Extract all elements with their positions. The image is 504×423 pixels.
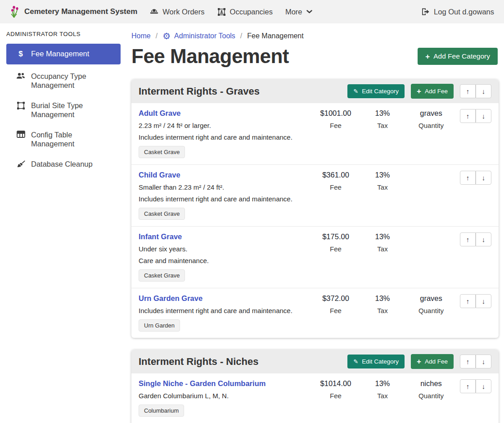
fee-info: Urn Garden Grave Includes interment righ… [139,294,312,332]
quantity-column: graves Quantity [406,109,456,158]
add-fee-label: Add Fee [425,358,448,365]
fee-row: Single Niche - Garden Columbarium Garden… [131,373,499,423]
tax-value: 13% [359,109,406,118]
fee-amount: $372.00 [312,294,359,303]
fee-descriptions: Smaller than 2.23 m² / 24 ft².Includes i… [139,183,309,203]
add-fee-button[interactable]: + Add Fee [411,84,454,99]
fee-amount-column: $175.00 Fee [312,232,359,282]
edit-category-label: Edit Category [362,358,399,365]
tax-column: 13% Tax [359,379,406,417]
fee-descriptions: 2.23 m² / 24 ft² or larger.Includes inte… [139,122,309,141]
quantity-column: niches Quantity [406,379,456,417]
fee-name-link[interactable]: Urn Garden Grave [139,294,202,303]
move-fee-up-button[interactable]: ↑ [460,171,476,185]
breadcrumb-home-link[interactable]: Home [131,32,151,40]
fee-name-link[interactable]: Adult Grave [139,109,181,118]
pencil-icon: ✎ [353,88,358,94]
breadcrumb-separator: / [156,32,158,40]
fee-amount: $361.00 [312,171,359,179]
sidebar-item-label: Config Table Management [31,130,116,148]
fee-row: Child Grave Smaller than 2.23 m² / 24 ft… [131,164,499,226]
tax-value: 13% [359,294,406,303]
nav-more[interactable]: More [285,8,312,16]
arrow-down-icon: ↓ [482,382,486,390]
breadcrumb-separator: / [240,32,242,40]
fee-info: Infant Grave Under six years.Care and ma… [139,232,312,282]
sidebar-item-burial-site-type[interactable]: Burial Site Type Management [6,97,121,123]
pencil-icon: ✎ [353,359,358,364]
arrow-down-icon: ↓ [482,87,486,95]
edit-category-button[interactable]: ✎ Edit Category [347,355,405,368]
fee-description: Includes interment right and care and ma… [139,307,309,314]
move-category-down-button[interactable]: ↓ [476,355,491,368]
main-content: Home / ⚙ Administrator Tools / Fee Manag… [126,23,504,423]
sidebar-item-fee-management[interactable]: $ Fee Management [6,44,121,64]
sidebar-item-database-cleanup[interactable]: Database Cleanup [6,155,121,173]
move-fee-up-button[interactable]: ↑ [460,379,476,393]
tax-column: 13% Tax [359,294,406,332]
fee-description: Under six years. [139,245,309,253]
fee-amount: $1001.00 [312,109,359,118]
quantity-column [406,232,456,282]
category-title: Interment Rights - Niches [139,356,341,368]
dollar-icon: $ [16,50,25,59]
plus-icon: + [417,358,421,365]
move-fee-down-button[interactable]: ↓ [476,171,491,185]
fee-description: Garden Columbarium L, M, N. [139,392,309,400]
sidebar-item-occupancy-type[interactable]: Occupancy Type Management [6,68,121,94]
table-icon [16,131,25,138]
fee-reorder-controls: ↑ ↓ [456,109,491,158]
fee-amount-label: Fee [312,122,359,129]
fee-name-link[interactable]: Child Grave [139,171,180,179]
tax-label: Tax [359,392,406,400]
move-fee-down-button[interactable]: ↓ [476,294,491,308]
add-fee-button[interactable]: + Add Fee [411,354,454,369]
fee-category-card: Interment Rights - Graves ✎ Edit Categor… [131,79,499,338]
tax-column: 13% Tax [359,232,406,282]
nav-work-orders[interactable]: Work Orders [150,8,204,16]
logout-link[interactable]: Log Out d.gowans [421,8,494,16]
fee-badge: Columbarium [139,405,184,417]
fee-info: Child Grave Smaller than 2.23 m² / 24 ft… [139,171,312,220]
logout-label: Log Out d.gowans [434,8,494,16]
breadcrumb-admin-tools-link[interactable]: ⚙ Administrator Tools [162,32,235,41]
fee-descriptions: Includes interment right and care and ma… [139,307,309,314]
fee-description: Smaller than 2.23 m² / 24 ft². [139,183,309,191]
move-fee-up-button[interactable]: ↑ [460,232,476,246]
fee-row: Adult Grave 2.23 m² / 24 ft² or larger.I… [131,103,499,164]
fee-badge: Urn Garden [139,319,180,332]
move-category-down-button[interactable]: ↓ [476,84,491,98]
nav-more-label: More [285,8,302,16]
quantity-column: graves Quantity [406,294,456,332]
fee-descriptions: Garden Columbarium L, M, N. [139,392,309,400]
fee-name-link[interactable]: Single Niche - Garden Columbarium [139,379,266,388]
move-category-up-button[interactable]: ↑ [460,84,476,98]
fee-description: 2.23 m² / 24 ft² or larger. [139,122,309,129]
fee-info: Adult Grave 2.23 m² / 24 ft² or larger.I… [139,109,312,158]
move-fee-down-button[interactable]: ↓ [476,109,491,123]
tax-value: 13% [359,379,406,388]
fee-category-card: Interment Rights - Niches ✎ Edit Categor… [131,350,499,423]
category-reorder-controls: ↑ ↓ [460,355,491,368]
broom-icon [16,160,25,168]
hard-hat-icon [150,8,158,16]
nav-occupancies[interactable]: Occupancies [217,8,273,16]
move-fee-up-button[interactable]: ↑ [460,294,476,308]
brand[interactable]: Cemetery Management System [10,5,137,18]
move-fee-down-button[interactable]: ↓ [476,379,491,393]
fee-list: Adult Grave 2.23 m² / 24 ft² or larger.I… [131,103,499,338]
move-fee-up-button[interactable]: ↑ [460,109,476,123]
move-fee-down-button[interactable]: ↓ [476,232,491,246]
move-category-up-button[interactable]: ↑ [460,355,476,368]
category-reorder-controls: ↑ ↓ [460,84,491,98]
add-fee-category-button[interactable]: + Add Fee Category [418,48,498,65]
arrow-down-icon: ↓ [482,358,486,365]
fee-list: Single Niche - Garden Columbarium Garden… [131,373,499,423]
edit-category-button[interactable]: ✎ Edit Category [347,84,405,98]
fee-row: Infant Grave Under six years.Care and ma… [131,226,499,288]
sidebar-item-config-table[interactable]: Config Table Management [6,126,121,152]
fee-amount-column: $1014.00 Fee [312,379,359,417]
categories: Interment Rights - Graves ✎ Edit Categor… [131,79,499,423]
fee-name-link[interactable]: Infant Grave [139,232,182,241]
tax-label: Tax [359,183,406,191]
